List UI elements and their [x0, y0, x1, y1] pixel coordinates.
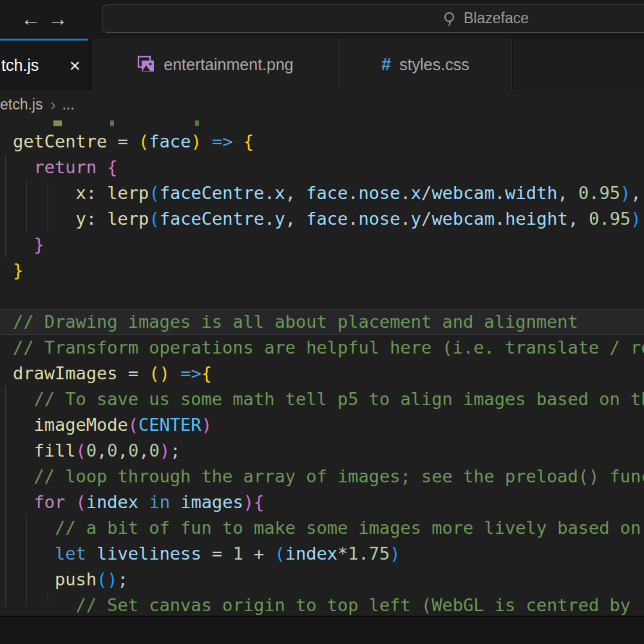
- tab-entertainment-png[interactable]: entertainment.png: [92, 39, 339, 90]
- chevron-right-icon: ›: [50, 96, 55, 114]
- code-line[interactable]: push();: [0, 567, 644, 592]
- code-line[interactable]: // Set canvas origin to top left (WebGL …: [0, 592, 644, 616]
- bottom-panel-edge: [0, 616, 644, 644]
- vscode-window: ← → Blazeface tch.js × enterta: [0, 0, 644, 644]
- tab-bar-empty-space: [513, 39, 644, 90]
- code-line[interactable]: fill(0,0,0,0);: [0, 438, 644, 464]
- code-line[interactable]: // To save us some math tell p5 to align…: [0, 386, 644, 412]
- forward-button[interactable]: →: [45, 6, 71, 32]
- tab-sketch-js[interactable]: tch.js ×: [0, 39, 88, 90]
- code-line[interactable]: let liveliness = 1 + (index*1.75): [0, 541, 644, 567]
- search-label: Blazeface: [464, 10, 529, 27]
- code-line[interactable]: return {: [0, 155, 644, 180]
- code-line[interactable]: // a bit of fun to make some images more…: [0, 515, 644, 541]
- code-line[interactable]: getCentre = (face) => {: [0, 129, 644, 155]
- clipped-code-fragment: [195, 120, 199, 126]
- code-line[interactable]: [0, 283, 644, 309]
- code-line[interactable]: // loop through the array of images; see…: [0, 464, 644, 489]
- search-icon: [442, 11, 458, 26]
- tab-label: entertainment.png: [164, 55, 294, 74]
- back-button[interactable]: ←: [18, 6, 44, 32]
- code-line[interactable]: }: [0, 258, 644, 283]
- css-hash-icon: #: [381, 55, 391, 75]
- clipped-code-fragment: [53, 120, 62, 126]
- command-center-search[interactable]: Blazeface: [102, 5, 644, 33]
- code-lines: getCentre = (face) => { return { x: lerp…: [0, 129, 644, 616]
- close-icon[interactable]: ×: [69, 56, 80, 75]
- code-line[interactable]: y: lerp(faceCentre.y, face.nose.y/webcam…: [0, 206, 644, 232]
- breadcrumb-ellipsis[interactable]: ...: [62, 96, 74, 113]
- image-icon: [137, 55, 155, 73]
- code-line[interactable]: for (index in images){: [0, 489, 644, 515]
- code-line[interactable]: // Drawing images is all about placement…: [0, 309, 644, 335]
- tab-label: tch.js: [1, 56, 39, 75]
- code-line[interactable]: // Transform operations are helpful here…: [0, 335, 644, 361]
- tab-styles-css[interactable]: # styles.css: [339, 39, 512, 90]
- code-line[interactable]: imageMode(CENTER): [0, 412, 644, 438]
- clipped-code-fragment: [110, 120, 114, 126]
- code-line[interactable]: }: [0, 232, 644, 258]
- code-line[interactable]: drawImages = () =>{: [0, 361, 644, 386]
- tab-bar: tch.js × entertainment.png # styles.css: [0, 39, 644, 90]
- code-line[interactable]: x: lerp(faceCentre.x, face.nose.x/webcam…: [0, 180, 644, 206]
- title-bar: ← → Blazeface: [0, 0, 644, 39]
- tab-label: styles.css: [399, 55, 469, 74]
- breadcrumb: etch.js › ...: [0, 90, 644, 119]
- breadcrumb-file[interactable]: etch.js: [0, 96, 43, 113]
- code-editor[interactable]: getCentre = (face) => { return { x: lerp…: [0, 119, 644, 616]
